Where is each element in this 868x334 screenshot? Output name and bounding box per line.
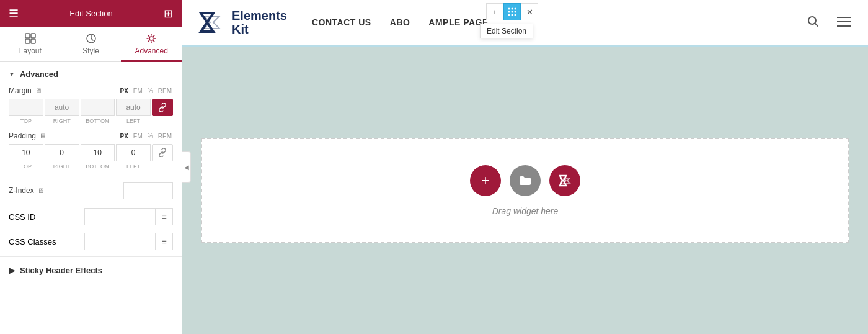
cssid-list-button[interactable]: ≡ — [156, 208, 173, 225]
svg-marker-18 — [560, 176, 566, 186]
padding-text: Padding — [9, 132, 36, 140]
svg-point-9 — [508, 8, 510, 10]
toolbar-grid-button[interactable] — [503, 3, 521, 20]
padding-top-group: TOP — [9, 144, 43, 169]
cssclasses-label: CSS Classes — [9, 237, 56, 246]
svg-point-11 — [515, 8, 516, 10]
unit-rem[interactable]: REM — [157, 87, 173, 95]
unit-pct[interactable]: % — [146, 87, 154, 95]
sticky-header-section[interactable]: ▶ Sticky Header Effects — [0, 256, 182, 284]
panel-content: ▼ Advanced Margin 🖥 PX EM % REM — [0, 62, 182, 334]
svg-rect-1 — [31, 34, 35, 38]
link-icon2 — [158, 148, 167, 157]
nav-links: CONTACT US ABO AMPLE PAGE — [312, 17, 489, 27]
tab-layout[interactable]: Layout — [0, 27, 61, 62]
svg-rect-0 — [25, 34, 30, 38]
cssclasses-input-wrap: ≡ — [84, 233, 173, 250]
monitor-icon3: 🖥 — [37, 187, 44, 194]
unit-px[interactable]: PX — [119, 87, 130, 95]
padding-link-button[interactable] — [152, 144, 173, 161]
svg-rect-3 — [31, 39, 35, 43]
padding-left-input[interactable] — [116, 144, 151, 161]
add-widget-button[interactable]: + — [470, 165, 501, 196]
padding-left-label: LEFT — [126, 163, 140, 169]
padding-top-input[interactable] — [9, 144, 43, 161]
zindex-text: Z-Index — [9, 186, 34, 195]
tabs-row: Layout Style Advanced — [0, 27, 182, 62]
collapse-handle[interactable]: ◀ — [182, 151, 191, 183]
cssclasses-list-button[interactable]: ≡ — [156, 233, 173, 250]
right-panel: Elements Kit CONTACT US ABO AMPLE PAGE — [182, 0, 868, 334]
svg-rect-2 — [25, 39, 30, 43]
margin-top-group: TOP — [9, 99, 43, 124]
chevron-icon: ▼ — [9, 71, 15, 78]
margin-left-input[interactable] — [116, 99, 151, 116]
cssid-input[interactable] — [84, 208, 156, 225]
folder-icon — [518, 174, 532, 187]
search-button[interactable] — [802, 11, 825, 35]
nav-about[interactable]: ABO — [390, 17, 410, 27]
hamburger-icon[interactable]: ☰ — [9, 7, 19, 20]
margin-left-group: LEFT — [116, 99, 151, 124]
folder-widget-button[interactable] — [510, 165, 541, 196]
cssclasses-row: CSS Classes ≡ — [0, 229, 182, 254]
padding-left-group: LEFT — [116, 144, 151, 169]
padding-unit-px[interactable]: PX — [119, 132, 130, 140]
grid-dots-icon — [508, 7, 516, 16]
nav-contact[interactable]: CONTACT US — [312, 17, 371, 27]
cssid-label: CSS ID — [9, 212, 35, 222]
cssclasses-input[interactable] — [84, 233, 156, 250]
padding-unit-rem[interactable]: REM — [157, 132, 173, 140]
margin-text: Margin — [9, 86, 32, 95]
toolbar-close-button[interactable]: ✕ — [521, 3, 538, 20]
margin-bottom-input[interactable] — [81, 99, 115, 116]
padding-bottom-label: BOTTOM — [86, 163, 109, 169]
padding-right-input[interactable] — [45, 144, 79, 161]
margin-left-label: LEFT — [126, 118, 140, 124]
padding-right-label: RIGHT — [53, 163, 71, 169]
unit-em[interactable]: EM — [132, 87, 144, 95]
cssid-row: CSS ID ≡ — [0, 204, 182, 229]
margin-label: Margin 🖥 — [9, 86, 42, 95]
svg-point-8 — [808, 17, 816, 24]
edit-section-tooltip-text: Edit Section — [487, 27, 526, 35]
monitor-icon: 🖥 — [35, 87, 42, 94]
padding-unit-pct[interactable]: % — [146, 132, 154, 140]
toolbar-add-button[interactable]: + — [486, 3, 503, 20]
margin-bottom-label: BOTTOM — [86, 118, 109, 124]
padding-unit-em[interactable]: EM — [132, 132, 144, 140]
widget-actions: + — [470, 165, 580, 196]
margin-link-button[interactable] — [152, 99, 173, 116]
zindex-row: Z-Index 🖥 — [0, 177, 182, 204]
svg-point-14 — [515, 11, 516, 13]
margin-top-input[interactable] — [9, 99, 43, 116]
advanced-section-header[interactable]: ▼ Advanced — [0, 62, 182, 86]
padding-label-row: Padding 🖥 PX EM % REM — [9, 132, 173, 140]
padding-label: Padding 🖥 — [9, 132, 46, 140]
cssid-input-wrap: ≡ — [84, 208, 173, 225]
margin-right-input[interactable] — [45, 99, 79, 116]
menu-button[interactable] — [832, 12, 856, 34]
zindex-input[interactable] — [123, 182, 173, 199]
tab-style[interactable]: Style — [61, 27, 122, 62]
svg-point-10 — [512, 8, 513, 10]
logo-icon — [195, 7, 226, 38]
canvas-area: + Drag widget here — [182, 47, 868, 334]
advanced-label: Advanced — [20, 70, 58, 79]
margin-right-label: RIGHT — [53, 118, 71, 124]
padding-bottom-input[interactable] — [81, 144, 115, 161]
padding-group: Padding 🖥 PX EM % REM TOP — [0, 132, 182, 177]
tab-layout-label: Layout — [19, 47, 42, 55]
svg-point-5 — [149, 37, 153, 40]
margin-inputs: TOP RIGHT BOTTOM LEFT — [9, 99, 173, 124]
ek-widget-button[interactable] — [549, 165, 580, 196]
margin-group: Margin 🖥 PX EM % REM TOP — [0, 86, 182, 132]
margin-label-row: Margin 🖥 PX EM % REM — [9, 86, 173, 95]
svg-point-17 — [515, 14, 516, 16]
tab-advanced[interactable]: Advanced — [121, 27, 182, 62]
svg-marker-19 — [564, 178, 570, 183]
svg-point-13 — [512, 11, 513, 13]
edit-section-tooltip: Edit Section — [480, 24, 533, 38]
grid-icon[interactable]: ⊞ — [164, 7, 173, 20]
ek-logo-icon — [556, 172, 574, 189]
